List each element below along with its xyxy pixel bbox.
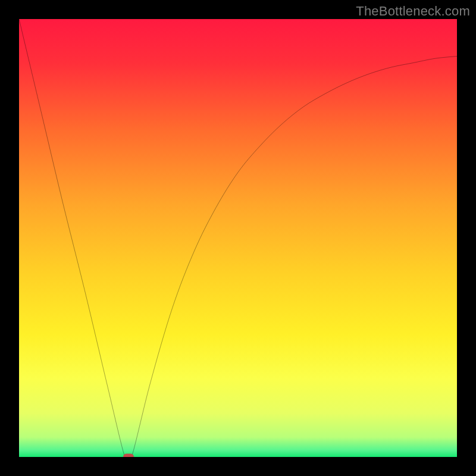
optimal-point-marker [123,454,134,458]
watermark-text: TheBottleneck.com [356,4,470,19]
bottleneck-curve [19,19,457,457]
chart-frame: TheBottleneck.com [0,0,476,476]
plot-area [19,19,457,457]
